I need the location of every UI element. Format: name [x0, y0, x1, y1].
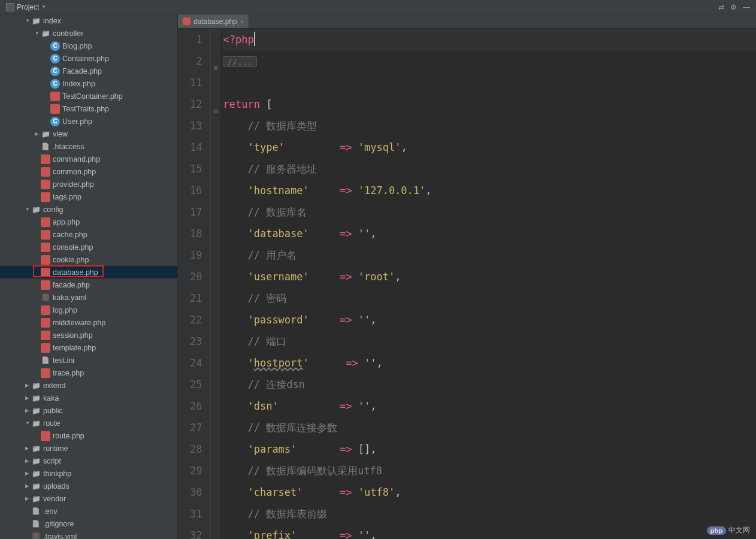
tree-item-command-php[interactable]: command.php [0, 153, 177, 165]
code-line[interactable]: 'hostport' => '', [223, 352, 756, 374]
tree-item-route[interactable]: ▼route [0, 417, 177, 429]
chevron-right-icon[interactable]: ▶ [25, 446, 31, 451]
tree-item-controller[interactable]: ▼controller [0, 27, 177, 40]
line-number[interactable]: 1 [190, 29, 202, 50]
chevron-down-icon[interactable]: ▼ [25, 420, 31, 426]
code-line[interactable]: 'password' => '', [223, 309, 756, 331]
tree-item-uploads[interactable]: ▶uploads [0, 480, 177, 492]
tree-item-kaka-yaml[interactable]: kaka.yaml [0, 291, 177, 304]
line-number[interactable]: 16 [190, 180, 202, 201]
code-line[interactable]: // 数据库类型 [223, 115, 756, 137]
fold-expand-icon[interactable]: ⊞ [212, 57, 219, 79]
tree-item-cache-php[interactable]: cache.php [0, 228, 177, 241]
tree-item-config[interactable]: ▼config [0, 203, 177, 216]
chevron-down-icon[interactable]: ▼ [25, 18, 31, 23]
tree-item-public[interactable]: ▶public [0, 404, 177, 417]
tree-item-trace-php[interactable]: trace.php [0, 367, 177, 379]
fold-column[interactable]: ⊞⊟ [211, 29, 220, 539]
tree-item-script[interactable]: ▶script [0, 455, 177, 467]
tree-item-Index-php[interactable]: Index.php [0, 77, 177, 90]
tree-item-database-php[interactable]: database.php [0, 266, 177, 278]
line-number[interactable]: 20 [190, 266, 202, 287]
tree-item-Facade-php[interactable]: Facade.php [0, 65, 177, 77]
code-line[interactable]: // 端口 [223, 331, 756, 352]
tree-item-template-php[interactable]: template.php [0, 341, 177, 354]
code-line[interactable]: // 数据库名 [223, 201, 756, 223]
chevron-down-icon[interactable]: ▼ [35, 31, 41, 36]
line-number[interactable]: 14 [190, 137, 202, 158]
tree-item-log-php[interactable]: log.php [0, 304, 177, 316]
tree-item-session-php[interactable]: session.php [0, 329, 177, 341]
code-line[interactable]: // 密码 [223, 287, 756, 309]
code-line[interactable]: 'hostname' => '127.0.0.1', [223, 180, 756, 201]
chevron-right-icon[interactable]: ▶ [25, 395, 31, 401]
tree-item-kaka[interactable]: ▶kaka [0, 392, 177, 404]
code-line[interactable]: 'prefix' => '', [223, 525, 756, 539]
tree-item-TestContainer-php[interactable]: TestContainer.php [0, 90, 177, 102]
line-number[interactable]: 25 [190, 374, 202, 395]
line-number[interactable]: 19 [190, 244, 202, 266]
code-line[interactable]: 'type' => 'mysql', [223, 137, 756, 158]
tree-item-index[interactable]: ▼index [0, 14, 177, 27]
code-line[interactable]: 'database' => '', [223, 223, 756, 244]
code-line[interactable]: // 数据库表前缀 [223, 503, 756, 525]
chevron-right-icon[interactable]: ▶ [25, 383, 31, 388]
line-number[interactable]: 11 [190, 72, 202, 93]
project-selector[interactable]: Project ▼ [2, 3, 50, 11]
tree-item-cookie-php[interactable]: cookie.php [0, 253, 177, 266]
settings-sliders-icon[interactable]: ⇄ [718, 3, 724, 11]
line-number[interactable]: 15 [190, 158, 202, 180]
project-tree[interactable]: ▼index▼controllerBlog.phpContainer.phpFa… [0, 14, 178, 539]
gear-icon[interactable]: ⚙ [730, 3, 737, 11]
tab-database-php[interactable]: database.php × [178, 14, 249, 28]
chevron-right-icon[interactable]: ▶ [25, 496, 31, 501]
fold-collapse-icon[interactable]: ⊟ [212, 101, 219, 122]
tree-item-test-ini[interactable]: test.ini [0, 354, 177, 367]
line-number[interactable]: 29 [190, 460, 202, 482]
tree-item-TestTraits-php[interactable]: TestTraits.php [0, 102, 177, 115]
chevron-right-icon[interactable]: ▶ [25, 483, 31, 489]
line-number[interactable]: 12 [190, 93, 202, 115]
code-line[interactable] [223, 72, 756, 93]
tree-item--travis-yml[interactable]: .travis.yml [0, 530, 177, 539]
line-number[interactable]: 23 [190, 331, 202, 352]
tree-item-common-php[interactable]: common.php [0, 165, 177, 178]
line-number[interactable]: 13 [190, 115, 202, 137]
tree-item-Container-php[interactable]: Container.php [0, 52, 177, 65]
chevron-right-icon[interactable]: ▶ [35, 131, 41, 137]
line-number[interactable]: 27 [190, 417, 202, 438]
code-line[interactable]: 'params' => [], [223, 438, 756, 460]
tree-item-facade-php[interactable]: facade.php [0, 278, 177, 291]
line-number[interactable]: 22 [190, 309, 202, 331]
tree-item-route-php[interactable]: route.php [0, 429, 177, 442]
tree-item--htaccess[interactable]: .htaccess [0, 140, 177, 153]
code-line[interactable]: // 数据库编码默认采用utf8 [223, 460, 756, 482]
tree-item-view[interactable]: ▶view [0, 128, 177, 140]
chevron-down-icon[interactable]: ▼ [25, 207, 31, 212]
code-line[interactable]: return [ [223, 93, 756, 115]
tree-item-provider-php[interactable]: provider.php [0, 178, 177, 190]
tree-item-Blog-php[interactable]: Blog.php [0, 40, 177, 52]
chevron-right-icon[interactable]: ▶ [25, 471, 31, 476]
line-number[interactable]: 26 [190, 395, 202, 417]
line-number[interactable]: 30 [190, 482, 202, 503]
tree-item-User-php[interactable]: User.php [0, 115, 177, 128]
code-line[interactable]: // 服务器地址 [223, 158, 756, 180]
chevron-right-icon[interactable]: ▶ [25, 458, 31, 464]
line-number[interactable]: 17 [190, 201, 202, 223]
code-line[interactable]: <?php [223, 29, 756, 50]
line-number[interactable]: 28 [190, 438, 202, 460]
code-line[interactable]: 'dsn' => '', [223, 395, 756, 417]
line-number[interactable]: 18 [190, 223, 202, 244]
chevron-right-icon[interactable]: ▶ [25, 408, 31, 413]
tree-item-extend[interactable]: ▶extend [0, 379, 177, 392]
code-line[interactable]: 'username' => 'root', [223, 266, 756, 287]
code-line[interactable]: 'charset' => 'utf8', [223, 482, 756, 503]
line-gutter[interactable]: 1211121314151617181920212223242526272829… [178, 29, 211, 539]
tree-item-app-php[interactable]: app.php [0, 216, 177, 228]
code-line[interactable]: // 用户名 [223, 244, 756, 266]
code-line[interactable]: //... [223, 50, 756, 72]
tree-item-runtime[interactable]: ▶runtime [0, 442, 177, 455]
line-number[interactable]: 31 [190, 503, 202, 525]
tree-item-middleware-php[interactable]: middleware.php [0, 316, 177, 329]
